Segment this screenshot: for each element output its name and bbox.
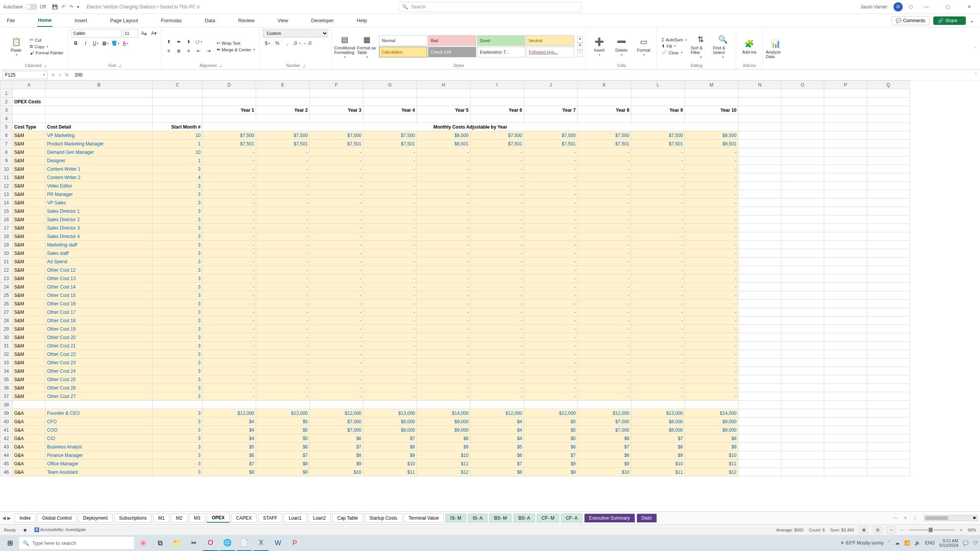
value-cell[interactable]: - [685, 325, 738, 333]
cell[interactable] [824, 443, 867, 451]
column-header-O[interactable]: O [781, 81, 824, 89]
cost-type-cell[interactable]: S&M [13, 207, 46, 215]
cost-type-cell[interactable]: S&M [13, 283, 46, 291]
value-cell[interactable]: $7,500 [578, 131, 631, 140]
autosave-toggle[interactable]: AutoSave Off [3, 4, 46, 10]
zoom-slider[interactable] [909, 529, 955, 531]
start-month-cell[interactable]: 3 [153, 274, 203, 283]
value-cell[interactable]: - [256, 291, 310, 300]
ribbon-tab-review[interactable]: Review [237, 15, 255, 26]
value-cell[interactable]: - [203, 156, 256, 165]
value-cell[interactable]: - [524, 241, 578, 249]
cost-type-cell[interactable]: S&M [13, 215, 46, 224]
value-cell[interactable]: - [256, 367, 310, 375]
year-header[interactable]: Year 2 [256, 106, 310, 114]
value-cell[interactable]: - [417, 342, 470, 350]
cell[interactable] [867, 98, 910, 106]
value-cell[interactable]: - [203, 274, 256, 283]
value-cell[interactable]: - [631, 224, 685, 232]
cell[interactable] [824, 434, 867, 443]
value-cell[interactable]: - [310, 375, 363, 384]
value-cell[interactable]: - [631, 384, 685, 392]
cell[interactable] [738, 384, 781, 392]
cost-type-cell[interactable]: S&M [13, 342, 46, 350]
value-cell[interactable]: - [578, 291, 631, 300]
cell[interactable] [203, 98, 256, 106]
value-cell[interactable]: - [524, 148, 578, 156]
cost-type-cell[interactable]: S&M [13, 182, 46, 190]
cell[interactable] [781, 392, 824, 401]
value-cell[interactable]: - [524, 291, 578, 300]
gallery-up-icon[interactable]: ▴ [577, 36, 583, 43]
value-cell[interactable]: $7 [524, 451, 578, 460]
cell[interactable] [824, 468, 867, 476]
value-cell[interactable]: $8,000 [631, 417, 685, 426]
row-header-2[interactable]: 2 [0, 98, 13, 106]
value-cell[interactable]: - [524, 156, 578, 165]
value-cell[interactable]: - [524, 308, 578, 316]
value-cell[interactable]: $10 [578, 468, 631, 476]
snip-icon[interactable]: ✂ [186, 535, 201, 551]
value-cell[interactable]: $9,000 [685, 417, 738, 426]
cell[interactable] [781, 148, 824, 156]
cell[interactable] [363, 89, 417, 98]
cell[interactable] [781, 325, 824, 333]
value-cell[interactable]: - [524, 190, 578, 199]
task-view-icon[interactable]: ⧉ [152, 535, 168, 551]
cell[interactable] [470, 98, 524, 106]
format-painter-button[interactable]: 🖌 Format Painter [28, 50, 65, 55]
value-cell[interactable]: - [203, 232, 256, 241]
cell[interactable] [203, 114, 256, 123]
sheet-tab-bs-a[interactable]: BS- A [513, 514, 535, 523]
value-cell[interactable]: - [470, 266, 524, 274]
value-cell[interactable]: - [685, 283, 738, 291]
row-header-33[interactable]: 33 [0, 359, 13, 367]
year-header[interactable]: Year 9 [631, 106, 685, 114]
value-cell[interactable]: - [685, 232, 738, 241]
value-cell[interactable]: - [203, 173, 256, 182]
start-month-cell[interactable]: 3 [153, 249, 203, 258]
value-cell[interactable]: - [524, 215, 578, 224]
cell[interactable] [153, 89, 203, 98]
enter-formula-icon[interactable]: ✓ [58, 72, 62, 78]
value-cell[interactable]: - [470, 325, 524, 333]
value-cell[interactable]: $7,500 [363, 131, 417, 140]
cell[interactable] [738, 140, 781, 148]
sheet-tab-loan1[interactable]: Loan1 [284, 514, 306, 523]
value-cell[interactable]: - [203, 148, 256, 156]
cost-type-cell[interactable]: S&M [13, 300, 46, 308]
value-cell[interactable]: - [363, 291, 417, 300]
tell-me-search[interactable]: 🔍 Search [398, 2, 582, 12]
cost-type-cell[interactable]: G&A [13, 468, 46, 476]
cell[interactable] [867, 274, 910, 283]
cell[interactable] [738, 199, 781, 207]
cell[interactable] [867, 434, 910, 443]
cell[interactable] [867, 401, 910, 409]
value-cell[interactable]: $8 [470, 468, 524, 476]
value-cell[interactable]: - [363, 342, 417, 350]
ribbon-tab-page-layout[interactable]: Page Layout [109, 15, 139, 26]
cell[interactable] [781, 199, 824, 207]
cell[interactable] [738, 375, 781, 384]
cell[interactable] [824, 266, 867, 274]
value-cell[interactable]: - [256, 384, 310, 392]
value-cell[interactable]: - [417, 190, 470, 199]
cell[interactable] [781, 249, 824, 258]
sheet-tab-is-a[interactable]: IS- A [468, 514, 488, 523]
cell[interactable] [824, 98, 867, 106]
value-cell[interactable]: - [203, 199, 256, 207]
value-cell[interactable]: - [363, 359, 417, 367]
italic-button[interactable]: I [82, 39, 90, 47]
value-cell[interactable]: - [363, 148, 417, 156]
cost-detail-cell[interactable]: Other Cost 18 [46, 316, 153, 325]
cell[interactable] [417, 401, 470, 409]
value-cell[interactable]: - [310, 156, 363, 165]
start-month-cell[interactable]: 3 [153, 359, 203, 367]
cell[interactable] [867, 224, 910, 232]
value-cell[interactable]: - [256, 148, 310, 156]
value-cell[interactable]: - [685, 367, 738, 375]
cell[interactable] [781, 443, 824, 451]
value-cell[interactable]: $7,501 [256, 140, 310, 148]
row-header-18[interactable]: 18 [0, 232, 13, 241]
cell[interactable] [867, 190, 910, 199]
